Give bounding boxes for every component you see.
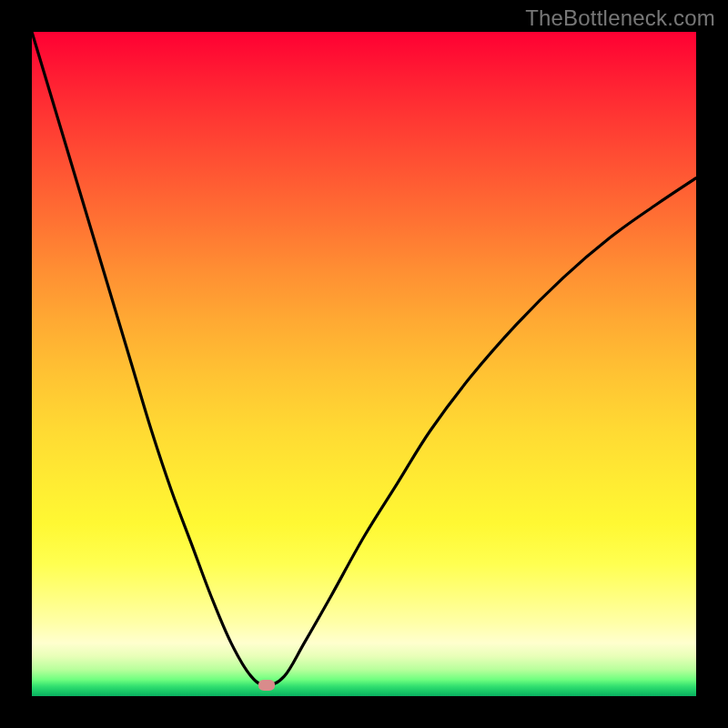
watermark-text: TheBottleneck.com [525,5,715,31]
minimum-dot-icon [258,680,275,691]
chart-frame: TheBottleneck.com [0,0,728,728]
bottleneck-curve-path [32,32,696,685]
plot-area [32,32,696,696]
curve-svg [32,32,696,696]
